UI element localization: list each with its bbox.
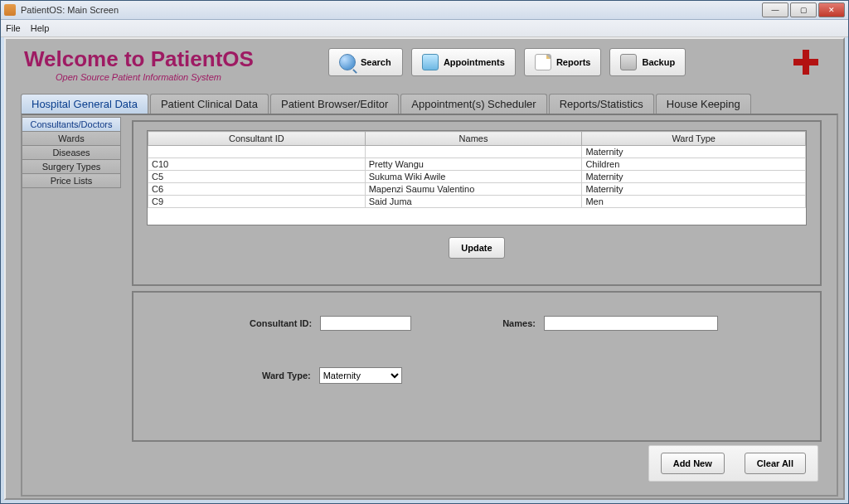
menubar: File Help [1, 20, 848, 37]
consultants-table-panel: Consultant ID Names Ward Type Maternity [132, 120, 822, 286]
update-row: Update [133, 237, 820, 259]
appointments-icon [422, 54, 439, 70]
table-row[interactable]: C6 Mapenzi Saumu Valentino Maternity [148, 183, 806, 196]
menu-file[interactable]: File [6, 23, 21, 33]
tab-patient-clinical-data[interactable]: Patient Clinical Data [150, 94, 269, 114]
sidetab-surgery-types[interactable]: Surgery Types [22, 159, 121, 174]
maximize-button[interactable]: ▢ [790, 2, 817, 17]
consultants-table-wrap: Consultant ID Names Ward Type Maternity [147, 130, 807, 225]
table-row[interactable]: Maternity [148, 146, 806, 158]
add-new-button[interactable]: Add New [661, 453, 725, 474]
backup-icon [620, 54, 637, 70]
form-actions: Add New Clear All [648, 445, 818, 482]
redcross-icon [793, 50, 818, 75]
page-title: Welcome to PatientOS [24, 46, 254, 72]
table-row[interactable]: C9 Said Juma Men [148, 196, 806, 208]
window-title: PatientOS: Main Screen [21, 5, 762, 15]
ward-type-label: Ward Type: [262, 371, 311, 380]
app-window: PatientOS: Main Screen — ▢ ✕ File Help W… [0, 0, 849, 504]
search-button[interactable]: Search [328, 48, 403, 76]
content-area: Welcome to PatientOS Open Source Patient… [4, 37, 845, 500]
minimize-button[interactable]: — [762, 2, 788, 17]
close-button[interactable]: ✕ [818, 2, 845, 17]
header: Welcome to PatientOS Open Source Patient… [6, 39, 843, 85]
consultant-id-label: Consultant ID: [250, 318, 312, 328]
consultants-form-panel: Consultant ID: Names: Ward Type: Materni… [132, 291, 822, 442]
main-tabs: Hospital General Data Patient Clinical D… [21, 94, 843, 114]
consultants-table[interactable]: Consultant ID Names Ward Type Maternity [148, 131, 806, 208]
titlebar: PatientOS: Main Screen — ▢ ✕ [1, 1, 848, 20]
ward-type-select[interactable]: Maternity [319, 367, 402, 384]
appointments-button[interactable]: Appointments [411, 48, 516, 76]
toolbar: Search Appointments Reports Backup [328, 48, 686, 76]
names-label: Names: [502, 318, 536, 328]
col-ward-type[interactable]: Ward Type [582, 132, 806, 146]
brand: Welcome to PatientOS Open Source Patient… [6, 43, 254, 82]
consultant-id-input[interactable] [320, 316, 411, 331]
window-controls: — ▢ ✕ [762, 2, 845, 17]
update-button[interactable]: Update [449, 237, 504, 259]
search-icon [339, 54, 356, 70]
reports-icon [535, 54, 551, 70]
reports-button[interactable]: Reports [524, 48, 602, 76]
backup-label: Backup [642, 57, 675, 67]
tab-house-keeping[interactable]: House Keeping [656, 94, 751, 114]
reports-label: Reports [556, 57, 591, 67]
table-row[interactable]: C10 Pretty Wangu Children [148, 158, 806, 171]
sidetab-wards[interactable]: Wards [22, 131, 121, 146]
sidetab-price-lists[interactable]: Price Lists [22, 173, 121, 188]
backup-button[interactable]: Backup [609, 48, 686, 76]
col-consultant-id[interactable]: Consultant ID [148, 132, 366, 146]
menu-help[interactable]: Help [31, 23, 50, 33]
tagline: Open Source Patient Information System [56, 72, 254, 82]
tab-appointments-scheduler[interactable]: Appointment(s) Scheduler [400, 94, 546, 114]
search-label: Search [361, 57, 391, 67]
sidetab-diseases[interactable]: Diseases [22, 145, 121, 160]
col-names[interactable]: Names [365, 132, 582, 146]
tab-panel: Consultants/Doctors Wards Diseases Surge… [21, 114, 838, 497]
side-tabs: Consultants/Doctors Wards Diseases Surge… [22, 117, 121, 187]
tab-reports-statistics[interactable]: Reports/Statistics [549, 94, 654, 114]
clear-all-button[interactable]: Clear All [745, 453, 806, 474]
names-input[interactable] [544, 316, 718, 331]
sidetab-consultants-doctors[interactable]: Consultants/Doctors [22, 117, 121, 132]
appointments-label: Appointments [444, 57, 505, 67]
tab-patient-browser-editor[interactable]: Patient Browser/Editor [270, 94, 399, 114]
table-row[interactable]: C5 Sukuma Wiki Awile Maternity [148, 171, 806, 183]
java-icon [4, 4, 16, 16]
tab-hospital-general-data[interactable]: Hospital General Data [21, 94, 148, 114]
